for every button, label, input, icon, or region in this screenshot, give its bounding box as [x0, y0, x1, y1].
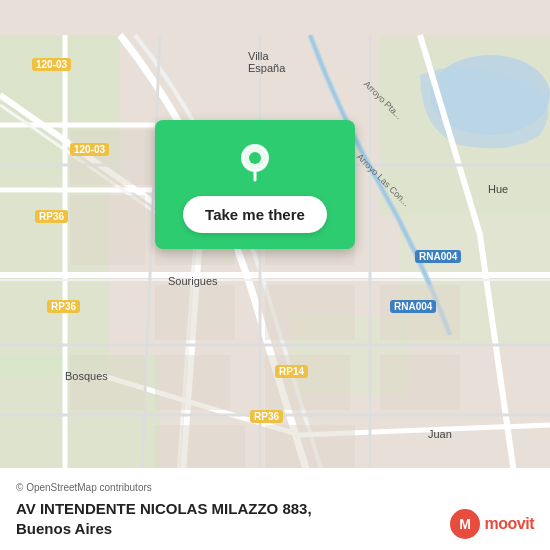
place-label-sourigues: Sourigues — [168, 275, 218, 287]
svg-rect-20 — [70, 195, 145, 265]
place-label-bosques: Bosques — [65, 370, 108, 382]
svg-rect-31 — [380, 355, 460, 410]
svg-rect-27 — [265, 355, 350, 410]
address-line1: AV INTENDENTE NICOLAS MILAZZO 883, — [16, 500, 312, 517]
take-me-there-button[interactable]: Take me there — [183, 196, 327, 233]
svg-rect-26 — [155, 355, 230, 410]
place-label-villa-espana: VillaEspaña — [248, 50, 285, 74]
svg-text:M: M — [459, 516, 471, 532]
svg-rect-24 — [265, 285, 355, 340]
road-label-120-03-1: 120-03 — [32, 58, 71, 71]
road-label-rp36-3: RP36 — [250, 410, 283, 423]
location-pin-icon — [233, 140, 277, 184]
road-label-rp36-2: RP36 — [47, 300, 80, 313]
copyright-text: © OpenStreetMap contributors — [16, 482, 534, 493]
road-label-120-03-2: 120-03 — [70, 143, 109, 156]
place-label-juan: Juan — [428, 428, 452, 440]
svg-rect-25 — [70, 355, 145, 410]
moovit-logo: M moovit — [449, 508, 534, 540]
svg-point-33 — [249, 152, 261, 164]
moovit-icon: M — [449, 508, 481, 540]
action-card: Take me there — [155, 120, 355, 249]
road-label-rna004-1: RNA004 — [415, 250, 461, 263]
svg-rect-23 — [155, 285, 235, 340]
map-container: 120-03 120-03 RP36 RP36 RP36 RP14 RNA004… — [0, 0, 550, 550]
road-label-rna004-2: RNA004 — [390, 300, 436, 313]
bottom-bar: © OpenStreetMap contributors AV INTENDEN… — [0, 468, 550, 550]
address-text: AV INTENDENTE NICOLAS MILAZZO 883, Bueno… — [16, 499, 312, 538]
pin-icon-wrapper — [231, 138, 279, 186]
svg-rect-19 — [70, 130, 155, 185]
address-line2: Buenos Aires — [16, 520, 112, 537]
moovit-brand-name: moovit — [485, 515, 534, 533]
road-label-rp14: RP14 — [275, 365, 308, 378]
place-label-hue: Hue — [488, 183, 508, 195]
road-label-rp36-1: RP36 — [35, 210, 68, 223]
